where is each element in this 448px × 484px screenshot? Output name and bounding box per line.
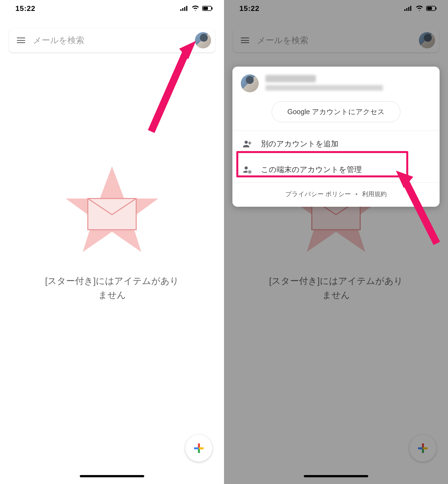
wifi-icon — [192, 4, 199, 13]
search-placeholder[interactable]: メールを検索 — [33, 35, 187, 46]
privacy-policy-link[interactable]: プライバシー ポリシー — [285, 190, 351, 198]
status-bar: 15:22 — [224, 0, 448, 17]
svg-rect-19 — [436, 7, 437, 10]
phone-left: 15:22 メールを検索 [スター付き]にはアイテムがあり ません — [0, 0, 224, 484]
empty-message: [スター付き]にはアイテムがあり ません — [23, 274, 201, 302]
cellular-icon — [404, 4, 413, 13]
status-time: 15:22 — [239, 4, 260, 13]
manage-accounts-label: この端末のアカウントを管理 — [261, 165, 362, 175]
terms-link[interactable]: 利用規約 — [362, 190, 387, 198]
status-right — [404, 4, 437, 13]
account-sheet: Google アカウントにアクセス 別のアカウントを追加 この端末のアカウントを… — [232, 67, 440, 207]
compose-fab[interactable] — [409, 435, 436, 462]
starred-empty-icon — [62, 162, 162, 263]
empty-state: [スター付き]にはアイテムがあり ません — [0, 162, 224, 302]
account-email-redacted — [265, 85, 383, 91]
status-time: 15:22 — [15, 4, 36, 13]
empty-message: [スター付き]にはアイテムがあり ません — [247, 274, 425, 302]
plus-multicolor-icon — [194, 443, 204, 453]
status-bar: 15:22 — [0, 0, 224, 17]
battery-icon — [202, 4, 213, 13]
compose-fab[interactable] — [185, 435, 212, 462]
account-name-redacted — [265, 75, 316, 82]
svg-rect-6 — [212, 7, 213, 10]
add-account-row[interactable]: 別のアカウントを追加 — [232, 131, 440, 157]
svg-rect-0 — [180, 9, 181, 11]
cellular-icon — [180, 4, 189, 13]
account-avatar[interactable] — [195, 32, 211, 48]
status-right — [180, 4, 213, 13]
svg-point-26 — [245, 166, 248, 170]
account-avatar-large[interactable] — [241, 74, 259, 92]
svg-rect-1 — [182, 8, 183, 11]
google-account-access-button[interactable]: Google アカウントにアクセス — [272, 101, 400, 122]
svg-rect-15 — [408, 7, 409, 11]
search-placeholder[interactable]: メールを検索 — [257, 35, 411, 46]
svg-point-27 — [249, 171, 251, 173]
search-bar[interactable]: メールを検索 — [233, 28, 439, 53]
account-header — [232, 67, 440, 99]
home-indicator — [304, 475, 368, 477]
home-indicator — [80, 475, 144, 477]
svg-rect-5 — [203, 7, 208, 10]
wifi-icon — [416, 4, 423, 13]
battery-icon — [426, 4, 437, 13]
person-add-icon — [241, 139, 253, 149]
add-account-label: 別のアカウントを追加 — [261, 139, 339, 149]
hamburger-icon[interactable] — [17, 37, 25, 43]
svg-rect-2 — [184, 7, 185, 11]
svg-rect-18 — [427, 7, 432, 10]
svg-point-23 — [245, 141, 248, 144]
svg-line-11 — [151, 50, 187, 131]
plus-multicolor-icon — [418, 443, 428, 453]
phone-right: 15:22 メールを検索 [スター付き]にはアイテムがあり ません — [224, 0, 448, 484]
svg-rect-25 — [248, 143, 251, 144]
separator-dot: • — [355, 191, 358, 198]
svg-rect-14 — [406, 8, 407, 11]
person-gear-icon — [241, 165, 253, 174]
manage-accounts-row[interactable]: この端末のアカウントを管理 — [232, 157, 440, 182]
hamburger-icon[interactable] — [241, 37, 249, 43]
sheet-footer: プライバシー ポリシー • 利用規約 — [232, 183, 440, 207]
svg-rect-3 — [186, 6, 187, 11]
svg-rect-13 — [404, 9, 405, 11]
account-avatar[interactable] — [419, 32, 435, 48]
svg-rect-16 — [410, 6, 411, 11]
search-bar[interactable]: メールを検索 — [9, 28, 215, 53]
